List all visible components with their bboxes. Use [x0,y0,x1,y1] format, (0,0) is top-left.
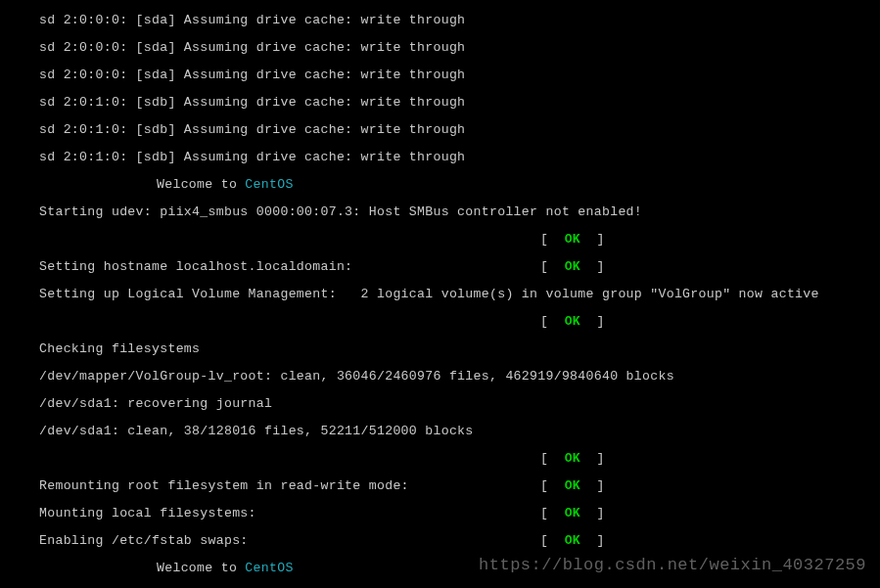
ok-status: OK [565,533,580,548]
mount-line: Mounting local filesystems: [ OK ] [39,507,880,520]
chkfs-line: Checking filesystems [39,342,880,356]
ok-status: OK [565,314,580,329]
boot-line: sd 2:0:1:0: [sdb] Assuming drive cache: … [39,96,880,110]
welcome-prefix: Welcome to [157,561,245,575]
lvm-line: Setting up Logical Volume Management: 2 … [39,288,880,301]
ok-status: OK [565,506,580,520]
status-line: [ OK ] [39,315,880,329]
distro-name: CentOS [245,177,293,192]
welcome-line: Welcome to CentOS [39,178,880,192]
boot-line: sd 2:0:1:0: [sdb] Assuming drive cache: … [39,151,880,164]
hostname-line: Setting hostname localhost.localdomain: … [39,260,880,274]
boot-line: sd 2:0:0:0: [sda] Assuming drive cache: … [39,14,880,27]
welcome-prefix: Welcome to [157,177,245,192]
boot-line: sd 2:0:0:0: [sda] Assuming drive cache: … [39,68,880,82]
status-line: [ OK ] [39,452,880,466]
status-line: [ OK ] [39,233,880,247]
boot-line: sd 2:0:1:0: [sdb] Assuming drive cache: … [39,123,880,137]
watermark-url: https://blog.csdn.net/weixin_40327259 [479,559,866,572]
lvroot-line: /dev/mapper/VolGroup-lv_root: clean, 360… [39,370,880,384]
sda1-line: /dev/sda1: clean, 38/128016 files, 52211… [39,425,880,438]
fstab-line: Enabling /etc/fstab swaps: [ OK ] [39,534,880,548]
udev-line: Starting udev: piix4_smbus 0000:00:07.3:… [39,205,880,219]
ok-status: OK [565,259,580,274]
ok-status: OK [565,478,580,493]
terminal-output: sd 2:0:0:0: [sda] Assuming drive cache: … [0,0,880,588]
remount-line: Remounting root filesystem in read-write… [39,479,880,493]
boot-line: sd 2:0:0:0: [sda] Assuming drive cache: … [39,41,880,55]
ok-status: OK [565,232,580,247]
distro-name: CentOS [245,561,293,575]
ok-status: OK [565,451,580,466]
recover-line: /dev/sda1: recovering journal [39,397,880,411]
